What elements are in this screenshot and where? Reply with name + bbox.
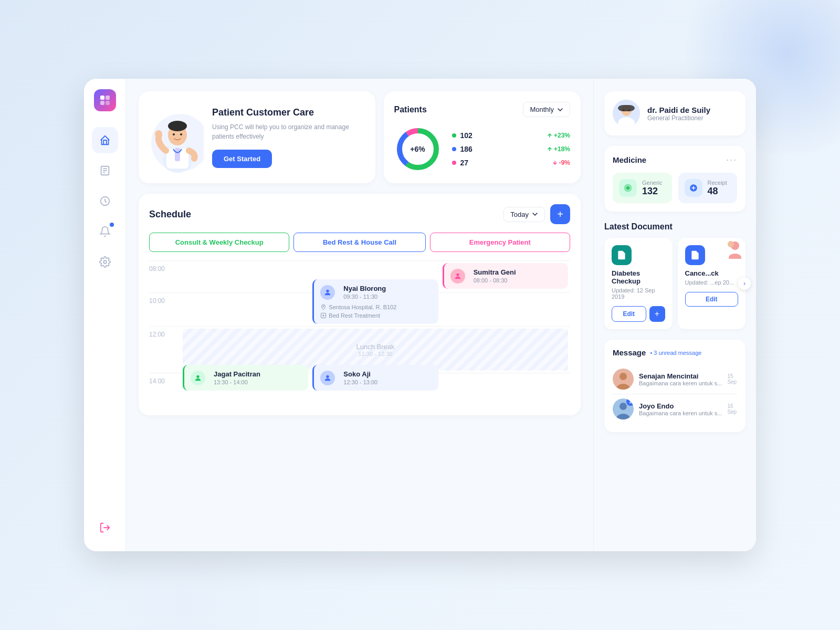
sidebar-item-documents[interactable] — [92, 158, 118, 184]
medicine-generic-label: Generic — [642, 180, 663, 186]
slot-bedrest-1000: Nyai Blorong 09:30 - 11:30 Sentosa Hospi… — [310, 293, 440, 326]
schedule-grid: 08:00 Sumitra Geni 08:00 - 08:30 — [149, 258, 570, 405]
msg-preview-2: Bagaimana cara keren untuk s... — [639, 410, 722, 416]
sidebar-bottom — [92, 514, 118, 541]
message-item-1[interactable]: Senajan Mencintai Bagaimana cara keren u… — [613, 364, 737, 394]
stat-change-3: -9% — [552, 159, 570, 166]
event-soko[interactable]: Soko Aji 12:30 - 13:00 — [312, 365, 438, 391]
msg-avatar-2: 2 — [613, 398, 634, 419]
msg-date-1: 15 Sep — [727, 373, 737, 385]
pcc-title: Patient Customer Care — [212, 107, 363, 118]
doc-add-button-1[interactable]: + — [649, 306, 665, 322]
medicine-stats: Generic 132 Receipt 48 — [613, 173, 737, 203]
msg-info-2: Joyo Endo Bagaimana cara keren untuk s..… — [639, 402, 722, 416]
tab-emergency[interactable]: Emergency Patient — [430, 233, 570, 252]
sidebar-item-home[interactable] — [92, 127, 118, 153]
stat-dot-pink — [452, 161, 456, 165]
event-avatar-sumitra — [450, 269, 465, 284]
svg-point-19 — [155, 130, 162, 138]
chevron-down-icon-2 — [532, 211, 538, 217]
message-header: Message • 3 unread message — [613, 348, 737, 357]
svg-point-43 — [620, 373, 627, 380]
doctor-title: General Practitioner — [647, 114, 710, 122]
sidebar-nav — [92, 127, 118, 514]
svg-point-25 — [327, 289, 329, 292]
time-slot-1000: 10:00 Nyai Blorong 09:30 - 11:30 — [149, 292, 570, 326]
svg-point-36 — [628, 110, 630, 111]
patients-card: Patients Monthly — [384, 91, 581, 183]
svg-point-26 — [323, 306, 324, 307]
svg-point-17 — [173, 133, 175, 135]
svg-point-37 — [626, 186, 629, 190]
lunch-break-label: Lunch Break — [356, 343, 394, 351]
doc-actions-2: Edit — [685, 292, 739, 307]
sidebar-item-notifications[interactable] — [92, 218, 118, 245]
schedule-add-button[interactable]: + — [550, 204, 570, 224]
slot-emergency-1400 — [440, 373, 570, 405]
event-name-soko: Soko Aji — [343, 370, 377, 378]
event-sumitra[interactable]: Sumitra Geni 08:00 - 08:30 — [443, 263, 568, 289]
svg-point-41 — [728, 241, 734, 247]
arrow-down-icon — [552, 160, 558, 165]
tab-consult[interactable]: Consult & Weekly Checkup — [149, 233, 289, 252]
event-location-nyai: Sentosa Hospital, R. B102 — [320, 304, 432, 310]
donut-center-label: +6% — [410, 145, 425, 153]
svg-rect-33 — [618, 105, 635, 111]
event-time-nyai: 09:30 - 11:30 — [343, 293, 386, 300]
svg-point-9 — [103, 260, 107, 264]
event-time-jagat: 13:30 - 14:00 — [214, 379, 260, 385]
event-avatar-nyai — [320, 285, 335, 300]
doc-icon-1 — [612, 245, 632, 265]
medicine-receipt-icon — [685, 179, 702, 197]
schedule-section: Schedule Today + Consult & Weekl — [139, 194, 581, 415]
doc-cards: Diabetes Checkup Updated: 12 Sep 2019 Ed… — [604, 238, 746, 329]
patients-filter-dropdown[interactable]: Monthly — [523, 102, 570, 117]
time-slot-1400: 14:00 Jagat Pacitran 13:30 - 14:00 — [149, 373, 570, 405]
msg-badge-2: 2 — [626, 398, 634, 406]
app-logo[interactable] — [94, 89, 116, 111]
message-item-2[interactable]: 2 Joyo Endo Bagaimana cara keren untuk s… — [613, 394, 737, 424]
schedule-controls: Today + — [503, 204, 570, 224]
logout-button[interactable] — [92, 514, 118, 541]
medicine-menu-button[interactable]: ··· — [726, 154, 737, 165]
sidebar-item-history[interactable] — [92, 188, 118, 214]
medicine-generic-value: 132 — [642, 186, 663, 197]
arrow-up-icon-2 — [547, 146, 552, 152]
unread-badge: • 3 unread message — [650, 350, 701, 356]
medicine-receipt-stat: Receipt 48 — [678, 173, 738, 203]
schedule-filter-dropdown[interactable]: Today — [503, 207, 545, 222]
doc-edit-button-2[interactable]: Edit — [685, 292, 739, 307]
slot-emergency-1000 — [440, 293, 570, 324]
message-title: Message — [613, 348, 646, 357]
medicine-header: Medicine ··· — [613, 154, 737, 165]
slot-bedrest-1400: Soko Aji 12:30 - 13:00 — [310, 373, 440, 405]
slot-consult-1000 — [181, 293, 310, 324]
stat-row-3: 27 -9% — [452, 159, 570, 167]
svg-point-24 — [456, 273, 459, 276]
event-jagat[interactable]: Jagat Pacitran 13:30 - 14:00 — [183, 365, 308, 391]
svg-rect-3 — [106, 101, 110, 105]
svg-point-29 — [327, 375, 329, 377]
doctor-illustration — [151, 106, 204, 169]
event-avatar-jagat — [191, 371, 205, 385]
svg-rect-0 — [100, 96, 104, 100]
svg-rect-14 — [175, 148, 180, 161]
get-started-button[interactable]: Get Started — [212, 150, 272, 168]
msg-name-2: Joyo Endo — [639, 402, 722, 410]
schedule-header: Schedule Today + — [149, 204, 570, 224]
stat-dot-blue — [452, 147, 456, 151]
doctor-name: dr. Paidi de Suily — [647, 106, 710, 114]
msg-avatar-1 — [613, 369, 634, 390]
slot-consult-1400: Jagat Pacitran 13:30 - 14:00 — [181, 373, 310, 405]
doctor-profile: dr. Paidi de Suily General Practitioner — [604, 91, 746, 135]
sidebar-item-settings[interactable] — [92, 249, 118, 275]
patients-stats: 102 +23% 186 +18% — [452, 131, 570, 167]
event-avatar-soko — [320, 371, 335, 385]
doc-edit-button-1[interactable]: Edit — [612, 306, 646, 322]
doc-nav-button[interactable]: › — [738, 277, 751, 290]
schedule-tabs: Consult & Weekly Checkup Bed Rest & Hous… — [149, 233, 570, 252]
event-nyai[interactable]: Nyai Blorong 09:30 - 11:30 Sentosa Hospi… — [312, 279, 438, 324]
tab-bedrest[interactable]: Bed Rest & House Call — [293, 233, 425, 252]
svg-rect-1 — [106, 96, 110, 100]
svg-point-40 — [729, 254, 741, 259]
